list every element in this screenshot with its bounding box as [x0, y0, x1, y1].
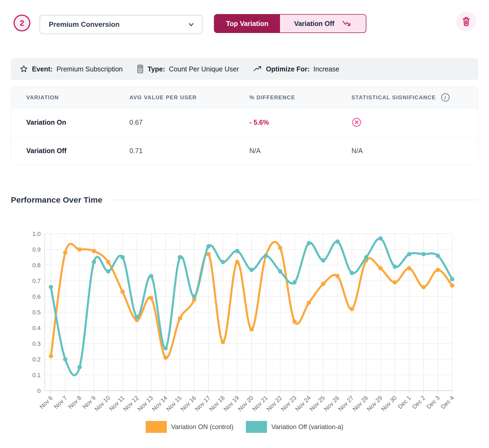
data-point[interactable] [264, 253, 268, 258]
data-point[interactable] [192, 294, 196, 299]
chart-section-header: Performance Over Time [11, 195, 478, 205]
x-axis-label: Nov 7 [53, 394, 68, 410]
x-axis-label: Nov 24 [294, 394, 312, 413]
data-point[interactable] [235, 260, 239, 264]
event-summary: Event: Premium Subscription [19, 65, 123, 73]
data-point[interactable] [178, 316, 182, 321]
data-point[interactable] [149, 274, 154, 278]
data-point[interactable] [393, 280, 397, 285]
col-avg-value: AVG VALUE PER USER [129, 94, 249, 101]
data-point[interactable] [178, 255, 182, 259]
data-point[interactable] [350, 307, 354, 311]
data-point[interactable] [407, 252, 411, 256]
data-point[interactable] [321, 258, 325, 263]
data-point[interactable] [106, 260, 110, 264]
optimize-summary: Optimize For: Increase [253, 65, 339, 73]
delete-metric-button[interactable] [456, 11, 476, 31]
y-axis-label: 0.8 [32, 262, 41, 269]
data-point[interactable] [393, 265, 397, 269]
data-point[interactable] [49, 285, 53, 289]
info-circle-icon[interactable]: i [441, 93, 450, 102]
chart-legend: Variation ON (control) Variation Off (va… [0, 419, 489, 434]
data-point[interactable] [135, 315, 139, 319]
data-point[interactable] [77, 365, 82, 369]
data-point[interactable] [450, 283, 454, 288]
data-point[interactable] [421, 285, 426, 289]
data-point[interactable] [106, 269, 110, 274]
type-value: Count Per Unique User [169, 65, 239, 73]
data-point[interactable] [350, 271, 354, 275]
data-point[interactable] [206, 252, 211, 256]
data-point[interactable] [421, 252, 426, 256]
y-axis-label: 0.5 [32, 309, 41, 316]
metric-dropdown-value: Premium Conversion [49, 20, 120, 29]
data-point[interactable] [436, 268, 440, 272]
data-point[interactable] [221, 340, 225, 344]
data-point[interactable] [378, 236, 383, 241]
x-axis-label: Nov 27 [337, 394, 355, 413]
data-point[interactable] [120, 255, 125, 259]
data-point[interactable] [292, 280, 297, 285]
row-avg-value: 0.71 [129, 147, 249, 155]
optimize-label: Optimize For: [266, 65, 309, 73]
legend-item-variation-on[interactable]: Variation ON (control) [146, 421, 233, 433]
performance-line-chart: 00.10.20.30.40.50.60.70.80.91.0Nov 6Nov … [0, 222, 489, 422]
data-point[interactable] [206, 244, 211, 248]
data-point[interactable] [307, 301, 311, 305]
row-variation-name: Variation On [26, 118, 129, 126]
x-axis-label: Nov 21 [251, 394, 269, 413]
data-point[interactable] [307, 241, 311, 245]
data-point[interactable] [249, 327, 254, 332]
y-axis-label: 0.2 [32, 356, 41, 363]
data-point[interactable] [149, 296, 154, 300]
data-point[interactable] [92, 260, 96, 264]
legend-swatch-orange [146, 421, 167, 433]
x-axis-label: Nov 10 [93, 394, 111, 413]
data-point[interactable] [235, 249, 239, 253]
y-axis-label: 0.3 [32, 340, 41, 347]
data-point[interactable] [249, 268, 254, 272]
data-point[interactable] [163, 355, 168, 360]
trend-down-arrow-icon [342, 20, 352, 27]
y-axis-label: 1.0 [32, 230, 41, 237]
legend-swatch-teal [246, 421, 267, 433]
data-point[interactable] [49, 354, 53, 358]
data-point[interactable] [335, 274, 340, 278]
data-point[interactable] [221, 260, 225, 264]
data-point[interactable] [120, 290, 125, 294]
data-point[interactable] [292, 319, 297, 324]
data-point[interactable] [278, 246, 282, 250]
x-axis-label: Nov 26 [322, 394, 341, 413]
data-point[interactable] [450, 277, 454, 281]
data-point[interactable] [92, 249, 96, 253]
event-value: Premium Subscription [56, 65, 123, 73]
x-axis-label: Nov 15 [165, 394, 183, 413]
data-point[interactable] [77, 247, 82, 252]
data-point[interactable] [335, 239, 340, 244]
metric-dropdown[interactable]: Premium Conversion [40, 15, 203, 34]
data-point[interactable] [63, 357, 67, 361]
top-variation-value[interactable]: Variation Off [280, 15, 366, 32]
top-variation-toggle[interactable]: Top Variation Variation Off [214, 14, 366, 33]
y-axis-label: 0.6 [32, 293, 41, 300]
results-table-header: VARIATION AVG VALUE PER USER % DIFFERENC… [11, 87, 478, 108]
data-point[interactable] [278, 269, 282, 274]
data-point[interactable] [163, 346, 168, 350]
x-axis-label: Dec 3 [425, 394, 441, 410]
top-variation-label[interactable]: Top Variation [214, 15, 280, 32]
y-axis-label: 0.9 [32, 246, 41, 253]
x-axis-label: Dec 1 [396, 394, 412, 410]
data-point[interactable] [407, 266, 411, 271]
x-axis-label: Nov 30 [380, 394, 398, 413]
chevron-down-icon[interactable] [187, 21, 195, 28]
legend-item-variation-off[interactable]: Variation Off (variation-a) [246, 421, 343, 433]
row-significance: N/A [351, 147, 478, 155]
data-point[interactable] [63, 251, 67, 255]
x-axis-label: Nov 19 [222, 394, 240, 413]
data-point[interactable] [436, 253, 440, 258]
data-point[interactable] [364, 255, 368, 259]
data-point[interactable] [321, 282, 325, 286]
star-icon [19, 65, 28, 73]
row-avg-value: 0.67 [129, 118, 249, 126]
data-point[interactable] [378, 266, 383, 271]
